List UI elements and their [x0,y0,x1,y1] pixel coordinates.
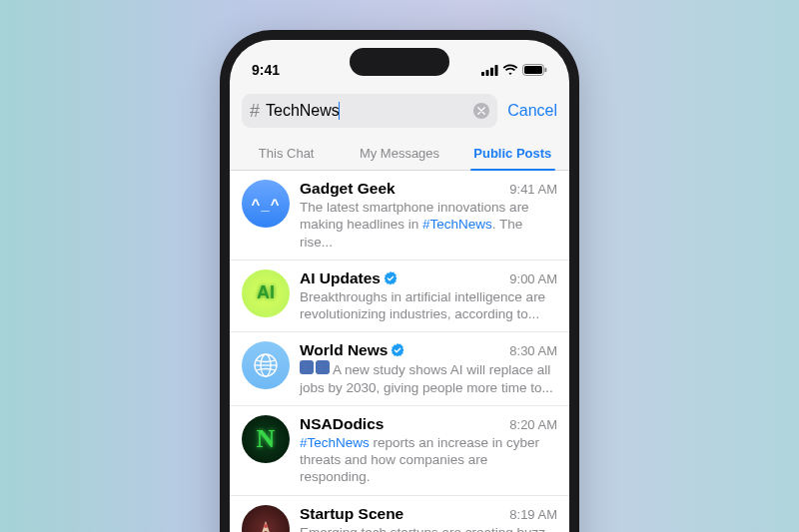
result-snippet: Emerging tech startups are creating buzz… [300,524,557,532]
battery-icon [522,64,547,76]
svg-rect-6 [545,68,547,72]
tab-my-messages[interactable]: My Messages [343,138,455,170]
result-title: Gadget Geek [300,180,396,198]
result-snippet: Breakthroughs in artificial intelligence… [300,288,557,323]
status-time: 9:41 [252,62,280,78]
result-time: 9:00 AM [509,271,557,286]
result-time: 8:30 AM [509,343,557,358]
result-time: 9:41 AM [509,182,557,197]
search-input[interactable]: # TechNews [242,94,497,128]
cellular-icon [481,65,498,76]
result-snippet: A new study shows AI will replace all jo… [300,360,557,396]
result-snippet: #TechNews reports an increase in cyber t… [300,434,557,486]
search-text: TechNews [266,102,467,121]
list-item[interactable]: AIAI Updates9:00 AMBreakthroughs in arti… [230,261,569,333]
svg-rect-0 [481,72,484,76]
result-title: NSADodics [300,415,384,433]
hashtag-icon: # [250,101,260,122]
text-cursor [339,102,341,120]
list-item[interactable]: Startup Scene8:19 AMEmerging tech startu… [230,496,569,532]
avatar: ^_^ [242,180,290,228]
screen: 9:41 # TechNews Cancel This ChatMy Messa… [230,40,569,532]
result-title: AI Updates [300,269,398,287]
svg-rect-5 [524,66,542,74]
dynamic-island [350,48,449,76]
result-time: 8:19 AM [509,507,557,522]
svg-rect-3 [495,65,498,76]
result-time: 8:20 AM [509,417,557,432]
avatar [242,341,290,389]
result-title: World News [300,341,404,359]
avatar: N [242,415,290,463]
avatar: AI [242,269,290,317]
tab-this-chat[interactable]: This Chat [230,138,343,170]
clear-icon[interactable] [473,103,489,119]
list-item[interactable]: ^_^Gadget Geek9:41 AMThe latest smartpho… [230,171,569,261]
result-snippet: The latest smartphone innovations are ma… [300,199,557,251]
phone-frame: 9:41 # TechNews Cancel This ChatMy Messa… [220,30,579,532]
svg-rect-2 [490,67,493,75]
wifi-icon [502,64,518,76]
cancel-button[interactable]: Cancel [507,102,557,120]
results-list: ^_^Gadget Geek9:41 AMThe latest smartpho… [230,171,569,532]
result-title: Startup Scene [300,505,403,523]
svg-rect-1 [486,70,489,76]
list-item[interactable]: NNSADodics8:20 AM#TechNews reports an in… [230,406,569,496]
tabs: This ChatMy MessagesPublic Posts [230,138,569,171]
search-row: # TechNews Cancel [230,88,569,138]
list-item[interactable]: World News8:30 AMA new study shows AI wi… [230,332,569,406]
avatar [242,505,290,532]
tab-public-posts[interactable]: Public Posts [456,138,569,170]
status-indicators [481,64,547,76]
svg-point-10 [264,524,268,528]
